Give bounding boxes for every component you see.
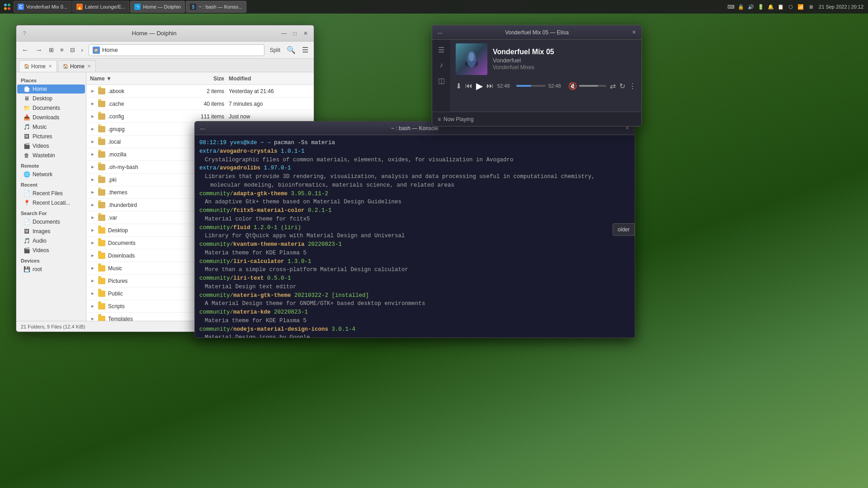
- expand-arrow[interactable]: ▶: [90, 152, 95, 157]
- shuffle-button[interactable]: ⇄: [610, 82, 616, 90]
- expand-arrow[interactable]: ▶: [90, 164, 95, 170]
- search-button[interactable]: 🔍: [284, 44, 298, 56]
- next-button[interactable]: ⏭: [486, 82, 494, 90]
- taskbar-btn-lounge[interactable]: 🔥 Latest Lounge/E...: [72, 1, 129, 13]
- view-list-button[interactable]: ≡: [57, 44, 66, 56]
- elisa-library-icon[interactable]: ◫: [435, 74, 448, 87]
- sidebar-item-music[interactable]: 🎵 Music: [17, 122, 85, 131]
- sidebar-item-recent-locations[interactable]: 📍 Recent Locati...: [17, 198, 85, 207]
- bluetooth-icon[interactable]: ⬡: [787, 3, 794, 10]
- sidebar-item-network[interactable]: 🌐 Network: [17, 170, 85, 179]
- split-view-toggle[interactable]: ⊟: [67, 44, 78, 56]
- expand-arrow[interactable]: ▶: [90, 127, 95, 132]
- expand-arrow[interactable]: ▶: [90, 278, 95, 284]
- sidebar-item-root[interactable]: 💾 root: [17, 265, 85, 274]
- expand-arrow[interactable]: ▶: [90, 240, 95, 246]
- expand-arrow[interactable]: ▶: [90, 215, 95, 221]
- download-button[interactable]: ⬇: [456, 82, 462, 90]
- konsole-content[interactable]: 08:12:19 yves@kde ~ → pacman -Ss materia…: [195, 135, 635, 338]
- expand-arrow[interactable]: ▶: [90, 253, 95, 258]
- sidebar-item-wastebin[interactable]: 🗑 Wastebin: [17, 151, 85, 160]
- column-name[interactable]: Name ▼: [90, 75, 188, 82]
- sidebar-item-downloads[interactable]: 📥 Downloads: [17, 113, 85, 122]
- sidebar-item-documents[interactable]: 📁 Documents: [17, 103, 85, 113]
- back-button[interactable]: ←: [19, 44, 32, 56]
- elisa-close-button[interactable]: ✕: [630, 28, 638, 37]
- expand-arrow[interactable]: ▶: [90, 101, 95, 107]
- tab-home-1[interactable]: 🏠 Home ✕: [19, 60, 57, 72]
- taskbar-btn-chrome[interactable]: C Vonderfuel Mix 0...: [14, 1, 71, 13]
- notifications-icon[interactable]: 🔔: [767, 3, 774, 10]
- konsole-line: extra/avogadrolibs 1.97.0-1: [199, 164, 630, 173]
- sidebar-item-search-documents[interactable]: 📄 Documents: [17, 217, 85, 226]
- file-row[interactable]: ▶.cache 40 items 7 minutes ago: [86, 98, 314, 110]
- expand-arrow[interactable]: ▶: [90, 316, 95, 321]
- maximize-button[interactable]: □: [290, 29, 299, 38]
- sidebar-downloads-label: Downloads: [33, 114, 59, 121]
- menu-button[interactable]: ☰: [299, 44, 311, 56]
- folder-icon: [98, 151, 105, 158]
- elisa-minimize-button[interactable]: —: [436, 28, 444, 37]
- file-row[interactable]: ▶.abook 2 items Yesterday at 21:46: [86, 85, 314, 98]
- forward-button[interactable]: →: [33, 44, 45, 56]
- expand-arrow[interactable]: ▶: [90, 266, 95, 271]
- sidebar-item-search-images[interactable]: 🖼 Images: [17, 227, 85, 236]
- repeat-button[interactable]: ↻: [619, 82, 625, 90]
- close-button[interactable]: ✕: [301, 29, 310, 38]
- expand-arrow[interactable]: ▶: [90, 177, 95, 183]
- expand-arrow[interactable]: ▶: [90, 114, 95, 119]
- expand-arrow[interactable]: ▶: [90, 304, 95, 309]
- sidebar-item-home[interactable]: 🏠 Home: [17, 84, 85, 94]
- expand-arrow[interactable]: ▶: [90, 202, 95, 208]
- elisa-playlist-icon[interactable]: ♪: [435, 59, 448, 71]
- konsole-line: community/liri-text 0.5.0-1: [199, 274, 630, 283]
- wifi-icon[interactable]: 📶: [797, 3, 804, 10]
- clipboard-icon[interactable]: 📋: [777, 3, 784, 10]
- filelist-header: Name ▼ Size Modified: [86, 72, 314, 85]
- breadcrumb-toggle[interactable]: ›: [79, 44, 86, 56]
- battery-icon[interactable]: 🔋: [757, 3, 764, 10]
- play-pause-button[interactable]: ▶: [476, 80, 483, 91]
- minimize-button[interactable]: —: [279, 29, 288, 38]
- expand-arrow[interactable]: ▶: [90, 139, 95, 145]
- view-grid-button[interactable]: ⊞: [46, 44, 57, 56]
- split-button[interactable]: Split: [267, 44, 283, 56]
- previous-button[interactable]: ⏮: [465, 82, 472, 90]
- elisa-menu-icon[interactable]: ☰: [435, 43, 448, 56]
- network-icon[interactable]: 🔒: [737, 3, 745, 10]
- expand-arrow[interactable]: ▶: [90, 190, 95, 195]
- volume-bar[interactable]: [579, 85, 606, 87]
- column-modified[interactable]: Modified: [229, 75, 310, 82]
- tab-home-2[interactable]: 🏠 Home ✕: [58, 60, 96, 72]
- help-button[interactable]: ?: [20, 29, 29, 38]
- location-bar[interactable]: 🏠 Home: [89, 44, 264, 56]
- expand-arrow[interactable]: ▶: [90, 228, 95, 233]
- expand-arrow[interactable]: ▶: [90, 89, 95, 94]
- keyboard-icon[interactable]: ⌨: [727, 3, 735, 10]
- konsole-line: Material Design text editor: [199, 283, 630, 291]
- expand-arrow[interactable]: ▶: [90, 291, 95, 296]
- tab-close-2[interactable]: ✕: [87, 64, 91, 69]
- more-options-button[interactable]: ⋮: [629, 82, 636, 90]
- folder-icon: [98, 164, 105, 170]
- app-menu-icon[interactable]: [2, 1, 13, 12]
- taskbar-btn-dolphin[interactable]: 🐬 Home — Dolphin: [130, 1, 185, 13]
- column-size[interactable]: Size: [188, 75, 229, 82]
- track-info: Vonderfuel Mix 05 Vonderfuel Vonderfuel …: [493, 48, 636, 70]
- display-icon[interactable]: 🖥: [807, 3, 814, 10]
- sidebar-item-search-audio[interactable]: 🎵 Audio: [17, 236, 85, 245]
- sidebar-item-desktop[interactable]: 🖥 Desktop: [17, 94, 85, 103]
- audio-manager-icon[interactable]: 🔊: [747, 3, 755, 10]
- sidebar-item-recent-files[interactable]: 📄 Recent Files: [17, 189, 85, 198]
- tab-close-1[interactable]: ✕: [48, 64, 52, 69]
- older-button[interactable]: older: [613, 223, 635, 236]
- elisa-content: Vonderfuel Mix 05 Vonderfuel Vonderfuel …: [450, 40, 642, 112]
- konsole-line: community/liri-calculator 1.3.0-1: [199, 258, 630, 266]
- konsole-minimize-button[interactable]: —: [198, 124, 207, 132]
- sidebar-item-pictures[interactable]: 🖼 Pictures: [17, 132, 85, 141]
- sidebar-item-videos[interactable]: 🎬 Videos: [17, 141, 85, 150]
- progress-bar[interactable]: [516, 85, 546, 87]
- taskbar-btn-konsole[interactable]: $ ~ : bash — Konso...: [186, 1, 246, 13]
- mute-button[interactable]: 🔇: [568, 82, 577, 90]
- sidebar-item-search-videos[interactable]: 🎬 Videos: [17, 246, 85, 255]
